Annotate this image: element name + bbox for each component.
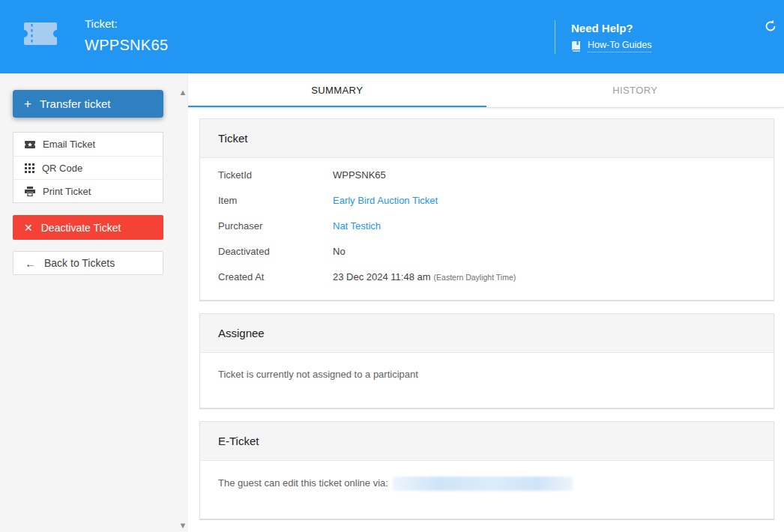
back-to-tickets-label: Back to Tickets xyxy=(44,257,115,269)
printer-icon xyxy=(25,187,35,196)
qr-code-label: QR Code xyxy=(42,163,82,174)
field-label: Item xyxy=(218,195,333,206)
ticket-icon xyxy=(24,22,57,45)
field-row-deactivated: Deactivated No xyxy=(218,246,756,257)
ticket-card: Ticket TicketId WPPSNK65 Item Early Bird… xyxy=(199,118,774,300)
purchaser-link[interactable]: Nat Testich xyxy=(333,220,381,232)
main-panel: SUMMARY HISTORY Ticket TicketId WPPSNK65… xyxy=(188,73,784,532)
transfer-ticket-label: Transfer ticket xyxy=(40,97,110,110)
tab-history[interactable]: HISTORY xyxy=(486,73,784,107)
how-to-guides-link[interactable]: How-To Guides xyxy=(588,40,651,52)
field-row-purchaser: Purchaser Nat Testich xyxy=(218,220,756,232)
deactivate-ticket-button[interactable]: ✕ Deactivate Ticket xyxy=(13,215,163,240)
ticket-card-title: Ticket xyxy=(200,119,774,158)
eticket-message-row: The guest can edit this ticket online vi… xyxy=(200,461,774,519)
qr-code-icon xyxy=(25,163,34,173)
email-ticket-button[interactable]: Email Ticket xyxy=(13,133,163,156)
need-help-heading: Need Help? xyxy=(571,22,633,34)
transfer-ticket-button[interactable]: + Transfer ticket xyxy=(13,90,163,118)
item-link[interactable]: Early Bird Auction Ticket xyxy=(333,195,438,206)
refresh-icon[interactable] xyxy=(764,19,777,33)
field-row-created-at: Created At 23 Dec 2024 11:48 am(Eastern … xyxy=(218,271,756,282)
eticket-message: The guest can edit this ticket online vi… xyxy=(218,477,388,489)
sidebar: + Transfer ticket Email Ticket xyxy=(0,73,188,532)
eticket-card: E-Ticket The guest can edit this ticket … xyxy=(199,421,774,519)
assignee-message: Ticket is currently not assigned to a pa… xyxy=(200,353,774,408)
timezone-suffix: (Eastern Daylight Time) xyxy=(434,273,516,282)
field-value: WPPSNK65 xyxy=(333,169,386,181)
app-header: Ticket: WPPSNK65 Need Help? How-To Guide… xyxy=(0,0,784,73)
field-label: TicketId xyxy=(218,169,333,181)
field-label: Created At xyxy=(218,271,333,282)
field-value: 23 Dec 2024 11:48 am(Eastern Daylight Ti… xyxy=(333,271,516,282)
header-ticket-label: Ticket: xyxy=(85,17,168,30)
book-icon xyxy=(571,41,581,52)
arrow-left-icon: ← xyxy=(25,258,36,269)
print-ticket-button[interactable]: Print Ticket xyxy=(13,179,163,202)
print-ticket-label: Print Ticket xyxy=(43,186,91,197)
field-label: Purchaser xyxy=(218,220,333,232)
email-ticket-label: Email Ticket xyxy=(43,139,95,150)
scroll-down-icon[interactable]: ▼ xyxy=(177,521,189,530)
field-label: Deactivated xyxy=(218,246,333,257)
tab-summary[interactable]: SUMMARY xyxy=(188,73,486,107)
qr-code-button[interactable]: QR Code xyxy=(13,156,163,179)
ticket-email-icon xyxy=(25,140,35,149)
header-divider xyxy=(555,20,555,54)
assignee-card: Assignee Ticket is currently not assigne… xyxy=(199,313,774,408)
back-to-tickets-button[interactable]: ← Back to Tickets xyxy=(13,251,163,275)
assignee-card-title: Assignee xyxy=(200,314,774,353)
scroll-up-icon[interactable]: ▲ xyxy=(177,88,189,97)
ticket-actions-group: Email Ticket QR Code xyxy=(13,132,163,203)
plus-icon: + xyxy=(24,97,31,110)
header-ticket-id: WPPSNK65 xyxy=(85,37,168,54)
eticket-card-title: E-Ticket xyxy=(200,422,774,461)
tab-bar: SUMMARY HISTORY xyxy=(188,73,784,108)
deactivate-ticket-label: Deactivate Ticket xyxy=(41,222,121,234)
eticket-redacted-link[interactable] xyxy=(393,477,573,491)
close-icon: ✕ xyxy=(24,223,33,233)
field-row-item: Item Early Bird Auction Ticket xyxy=(218,195,756,206)
field-row-ticketid: TicketId WPPSNK65 xyxy=(218,169,756,181)
field-value: No xyxy=(333,246,346,257)
